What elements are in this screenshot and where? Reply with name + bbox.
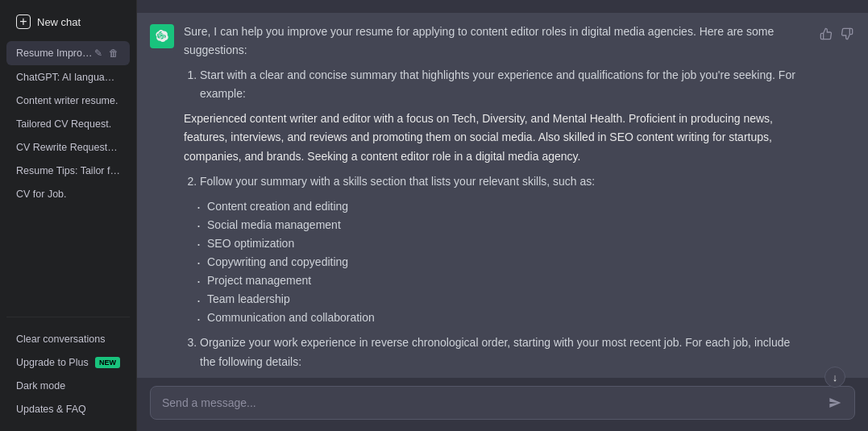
updates-faq-label: Updates & FAQ — [16, 404, 86, 415]
edit-icon[interactable]: ✎ — [93, 47, 104, 60]
sidebar-divider — [6, 317, 130, 317]
sidebar-item-cv-rewrite[interactable]: CV Rewrite Requested. — [6, 136, 130, 159]
send-button[interactable] — [827, 395, 843, 411]
message-body: Sure, I can help you improve your resume… — [184, 23, 808, 378]
sidebar-item-dark-mode[interactable]: Dark mode — [6, 375, 130, 397]
input-area: ↓ — [137, 378, 868, 431]
skill-5: Project management — [197, 271, 808, 290]
message-list-2: Follow your summary with a skills sectio… — [184, 172, 808, 191]
sidebar-item-resume-a[interactable]: Resume Improvement A ✎ 🗑 — [6, 41, 130, 65]
dark-mode-label: Dark mode — [16, 380, 65, 392]
sidebar-item-chatgpt-ai[interactable]: ChatGPT: AI language model. — [6, 66, 130, 89]
assistant-message: Sure, I can help you improve your resume… — [137, 13, 868, 378]
message-input[interactable] — [162, 396, 827, 409]
input-wrapper — [150, 386, 855, 420]
sidebar-item-clear-conversations[interactable]: Clear conversations — [6, 328, 130, 350]
chat-item-actions: ✎ 🗑 — [93, 47, 120, 60]
skill-7: Communication and collaboration — [197, 309, 808, 327]
message-intro: Sure, I can help you improve your resume… — [184, 23, 808, 60]
new-chat-label: New chat — [37, 16, 81, 28]
clear-conversations-label: Clear conversations — [16, 334, 105, 345]
chat-item-label: Resume Improvement A — [16, 48, 93, 59]
message-actions — [818, 26, 855, 378]
chat-item-label: Tailored CV Request. — [16, 118, 120, 130]
sidebar: + New chat Resume Improvement A ✎ 🗑 Chat… — [0, 0, 137, 431]
new-chat-plus-icon: + — [16, 15, 31, 29]
chat-item-label: ChatGPT: AI language model. — [16, 72, 120, 83]
message-list-3: Organize your work experience in reverse… — [184, 334, 808, 371]
sidebar-item-resume-tips[interactable]: Resume Tips: Tailor for Job — [6, 160, 130, 182]
chat-item-label: CV for Job. — [16, 189, 120, 200]
sidebar-item-upgrade-to-plus[interactable]: Upgrade to Plus NEW — [6, 351, 130, 374]
upgrade-to-plus-label: Upgrade to Plus — [16, 357, 89, 368]
scroll-down-button[interactable]: ↓ — [824, 367, 845, 387]
new-chat-button[interactable]: + New chat — [6, 8, 130, 35]
main-content: Sure, I can help you improve your resume… — [137, 0, 868, 431]
sidebar-item-tailored-cv[interactable]: Tailored CV Request. — [6, 113, 130, 135]
message-point-1: Start with a clear and concise summary t… — [200, 66, 808, 103]
chat-item-label: CV Rewrite Requested. — [16, 142, 120, 153]
skills-list: Content creation and editing Social medi… — [184, 197, 808, 328]
skill-2: Social media management — [197, 216, 808, 234]
message-list: Start with a clear and concise summary t… — [184, 66, 808, 103]
message-point-2: Follow your summary with a skills sectio… — [200, 172, 808, 191]
new-badge: NEW — [95, 357, 120, 368]
message-point-3: Organize your work experience in reverse… — [200, 334, 808, 371]
sidebar-item-cv-for-job[interactable]: CV for Job. — [6, 183, 130, 205]
chat-item-label: Content writer resume. — [16, 95, 120, 106]
trash-icon[interactable]: 🗑 — [107, 47, 120, 60]
sidebar-bottom: Clear conversations Upgrade to Plus NEW … — [0, 324, 136, 425]
skill-4: Copywriting and copyediting — [197, 253, 808, 271]
sidebar-item-updates-faq[interactable]: Updates & FAQ — [6, 398, 130, 421]
chat-area: Sure, I can help you improve your resume… — [137, 0, 868, 378]
skill-6: Team leadership — [197, 290, 808, 309]
thumbs-up-icon[interactable] — [818, 26, 834, 45]
thumbs-down-icon[interactable] — [839, 26, 855, 45]
message-example: Experienced content writer and editor wi… — [184, 110, 808, 165]
avatar — [150, 24, 174, 48]
sidebar-item-content-writer[interactable]: Content writer resume. — [6, 89, 130, 112]
chat-item-label: Resume Tips: Tailor for Job — [16, 165, 120, 176]
skill-1: Content creation and editing — [197, 197, 808, 216]
skill-3: SEO optimization — [197, 234, 808, 253]
chat-list: Resume Improvement A ✎ 🗑 ChatGPT: AI lan… — [0, 37, 136, 310]
